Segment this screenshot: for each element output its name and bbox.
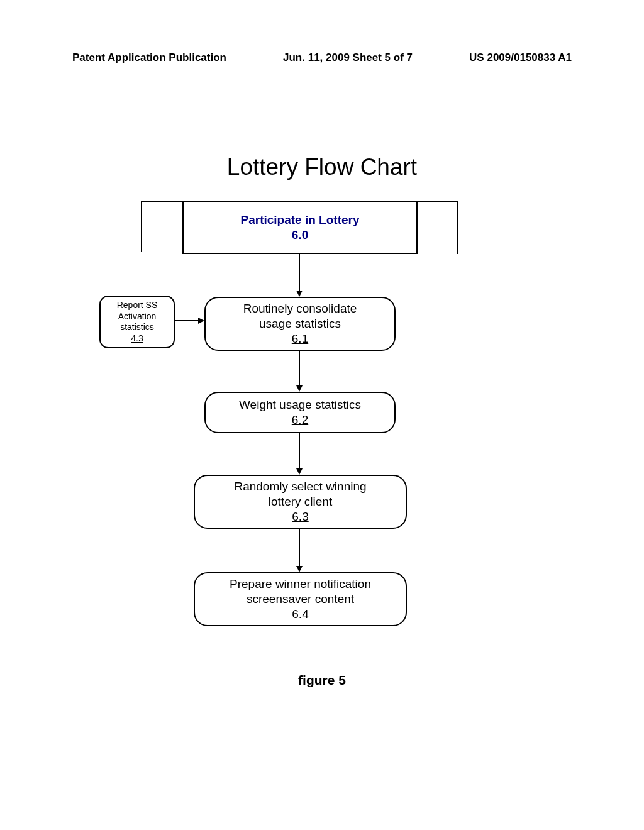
prepare-line2: screensaver content bbox=[247, 592, 354, 607]
header-left: Patent Application Publication bbox=[72, 52, 226, 64]
arrow-report-to-consolidate bbox=[174, 318, 204, 324]
svg-marker-5 bbox=[296, 385, 303, 392]
arrow-select-to-prepare bbox=[296, 528, 303, 572]
participate-num: 6.0 bbox=[292, 228, 308, 243]
consolidate-num: 6.1 bbox=[292, 331, 308, 346]
svg-marker-9 bbox=[296, 566, 303, 572]
participate-text: Participate in Lottery bbox=[241, 213, 360, 228]
weight-num: 6.2 bbox=[292, 412, 308, 428]
figure-label: figure 5 bbox=[0, 673, 644, 688]
consolidate-line1: Routinely consolidate bbox=[243, 301, 357, 316]
arrow-participate-to-consolidate bbox=[296, 253, 303, 297]
select-line1: Randomly select winning bbox=[234, 479, 366, 494]
page-header: Patent Application Publication Jun. 11, … bbox=[72, 52, 572, 64]
svg-marker-3 bbox=[198, 318, 204, 324]
consolidate-line2: usage statistics bbox=[259, 316, 341, 331]
header-center: Jun. 11, 2009 Sheet 5 of 7 bbox=[283, 52, 413, 64]
box-report: Report SS Activation statistics 4.3 bbox=[99, 296, 175, 348]
box-select: Randomly select winning lottery client 6… bbox=[194, 475, 407, 529]
diagram-title: Lottery Flow Chart bbox=[0, 154, 644, 180]
box-consolidate: Routinely consolidate usage statistics 6… bbox=[204, 297, 396, 351]
select-num: 6.3 bbox=[292, 509, 308, 524]
report-num: 4.3 bbox=[131, 333, 143, 345]
box-prepare: Prepare winner notification screensaver … bbox=[194, 572, 407, 626]
weight-line1: Weight usage statistics bbox=[239, 397, 361, 412]
prepare-line1: Prepare winner notification bbox=[230, 577, 371, 592]
report-line2: Activation bbox=[118, 311, 157, 323]
header-outline-left bbox=[141, 202, 142, 252]
report-line3: statistics bbox=[120, 322, 154, 333]
box-weight: Weight usage statistics 6.2 bbox=[204, 392, 396, 433]
report-line1: Report SS bbox=[117, 300, 158, 311]
svg-marker-1 bbox=[296, 290, 303, 297]
svg-marker-7 bbox=[296, 468, 303, 475]
arrow-weight-to-select bbox=[296, 432, 303, 475]
select-line2: lottery client bbox=[269, 494, 332, 509]
arrow-consolidate-to-weight bbox=[296, 350, 303, 392]
header-right: US 2009/0150833 A1 bbox=[469, 52, 572, 64]
prepare-num: 6.4 bbox=[292, 607, 308, 622]
box-participate: Participate in Lottery 6.0 bbox=[182, 201, 418, 254]
